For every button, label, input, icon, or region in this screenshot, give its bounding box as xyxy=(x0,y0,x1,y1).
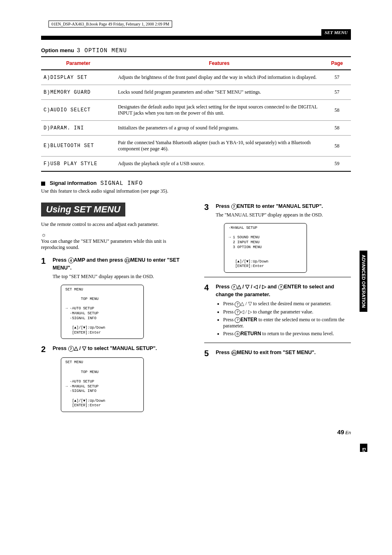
step-number: 5 xyxy=(204,349,211,358)
step-4-title: Press 7△ / ▽ / ◁ / ▷ and 7ENTER to selec… xyxy=(216,283,351,299)
circled-7-icon: 7 xyxy=(68,346,74,352)
list-item: Press 8RETURN to return to the previous … xyxy=(223,331,351,337)
feat-cell: Adjusts the brightness of the front pane… xyxy=(115,70,323,85)
option-menu-label: Option menu xyxy=(41,47,74,53)
th-features: Features xyxy=(115,57,323,70)
side-tab-advanced-operation: ADVANCED OPERATION xyxy=(360,251,367,312)
osd-display-3: ∙MANUAL SETUP → 1 SOUND MENU 2 INPUT MEN… xyxy=(224,223,307,273)
param-cell: A)DISPLAY SET xyxy=(41,70,115,85)
list-item: Press 7ENTER to enter the selected menu … xyxy=(223,317,351,329)
param-cell: C)AUDIO SELECT xyxy=(41,100,115,121)
param-cell: B)MEMORY GUARD xyxy=(41,85,115,100)
circled-7-icon: 7 xyxy=(231,204,237,210)
circled-8-icon: 8 xyxy=(235,331,240,337)
step-2-title: Press 7△ / ▽ to select "MANUAL SETUP". xyxy=(53,345,188,352)
page-cell: 57 xyxy=(323,70,351,85)
step-4-bullets: Press 7△ / ▽ to select the desired menu … xyxy=(216,301,351,337)
using-tip: You can change the "SET MENU" parameters… xyxy=(41,238,188,251)
step-2: 2 Press 7△ / ▽ to select "MANUAL SETUP".… xyxy=(41,345,188,412)
circled-7-icon: 7 xyxy=(278,284,284,290)
osd-display-2: SET MENU TOP MENU ∙AUTO SETUP → ∙MANUAL … xyxy=(61,357,144,412)
feat-cell: Initializes the parameters of a group of… xyxy=(115,121,323,136)
circled-21-icon: 21 xyxy=(125,258,130,263)
table-row: A)DISPLAY SET Adjusts the brightness of … xyxy=(41,70,351,85)
table-row: B)MEMORY GUARD Locks sound field program… xyxy=(41,85,351,100)
table-row: D)PARAM. INI Initializes the parameters … xyxy=(41,121,351,136)
side-tab-english: English xyxy=(360,444,367,452)
step-number: 4 xyxy=(204,283,211,339)
step-1-desc: The top "SET MENU" display appears in th… xyxy=(53,274,188,280)
step-rule xyxy=(204,277,351,277)
param-cell: E)BLUETOOTH SET xyxy=(41,136,115,157)
left-column: Using SET MENU Use the remote control to… xyxy=(41,203,188,412)
feat-cell: Designates the default audio input jack … xyxy=(115,100,323,121)
using-set-menu-heading: Using SET MENU xyxy=(41,203,125,216)
circled-4-icon: 4 xyxy=(68,258,74,263)
option-menu-code: 3 OPTION MENU xyxy=(77,47,127,54)
signal-info-title: Signal information xyxy=(50,180,97,186)
step-rule xyxy=(204,343,351,343)
step-1-title: Press 4AMP and then press 21MENU to ente… xyxy=(53,256,188,272)
signal-info-body: Use this feature to check audio signal i… xyxy=(41,188,351,194)
tip-icon: ☼ xyxy=(41,232,188,238)
table-row: C)AUDIO SELECT Designates the default au… xyxy=(41,100,351,121)
circled-7-icon: 7 xyxy=(235,302,240,307)
step-5: 5 Press 21MENU to exit from "SET MENU". xyxy=(204,349,351,358)
table-row: E)BLUETOOTH SET Pair the connected Yamah… xyxy=(41,136,351,157)
step-number: 2 xyxy=(41,345,48,412)
step-number: 1 xyxy=(41,256,48,339)
page-cell: 58 xyxy=(323,100,351,121)
using-intro: Use the remote control to access and adj… xyxy=(41,221,188,228)
feat-cell: Locks sound field program parameters and… xyxy=(115,85,323,100)
step-3-desc: The "MANUAL SETUP" display appears in th… xyxy=(216,212,351,218)
signal-info-code: SIGNAL INFO xyxy=(100,180,143,187)
set-menu-tab: SET MENU xyxy=(321,29,351,36)
circled-21-icon: 21 xyxy=(231,350,237,356)
top-black-bar: SET MENU xyxy=(41,36,351,40)
step-4: 4 Press 7△ / ▽ / ◁ / ▷ and 7ENTER to sel… xyxy=(204,283,351,339)
feat-cell: Pair the connected Yamaha Bluetooth adap… xyxy=(115,136,323,157)
page-cell: 57 xyxy=(323,85,351,100)
square-bullet-icon xyxy=(41,182,45,186)
step-3-title: Press 7ENTER to enter "MANUAL SETUP". xyxy=(216,203,351,210)
param-cell: F)USB PLAY STYLE xyxy=(41,157,115,172)
page-cell: 59 xyxy=(323,157,351,172)
option-menu-table: Parameter Features Page A)DISPLAY SET Ad… xyxy=(41,56,351,172)
right-column: 3 Press 7ENTER to enter "MANUAL SETUP". … xyxy=(204,203,351,412)
page-cell: 58 xyxy=(323,121,351,136)
param-cell: D)PARAM. INI xyxy=(41,121,115,136)
circled-7-icon: 7 xyxy=(231,284,237,290)
circled-7-icon: 7 xyxy=(235,317,240,323)
circled-7-icon: 7 xyxy=(235,309,240,315)
signal-info-heading: Signal information SIGNAL INFO xyxy=(41,180,351,187)
print-header: 01EN_DSP-AX463_B.book Page 49 Friday, Fe… xyxy=(48,21,172,28)
list-item: Press 7△ / ▽ to select the desired menu … xyxy=(223,301,351,307)
osd-display-1: SET MENU TOP MENU → ∙AUTO SETUP ∙MANUAL … xyxy=(61,285,144,339)
step-number: 3 xyxy=(204,203,211,273)
list-item: Press 7◁ / ▷ to change the parameter val… xyxy=(223,309,351,315)
page-number: 49 En xyxy=(41,428,351,435)
th-page: Page xyxy=(323,57,351,70)
feat-cell: Adjusts the playback style of a USB sour… xyxy=(115,157,323,172)
step-3: 3 Press 7ENTER to enter "MANUAL SETUP". … xyxy=(204,203,351,273)
step-5-title: Press 21MENU to exit from "SET MENU". xyxy=(216,349,351,357)
th-parameter: Parameter xyxy=(41,57,115,70)
step-1: 1 Press 4AMP and then press 21MENU to en… xyxy=(41,256,188,339)
table-row: F)USB PLAY STYLE Adjusts the playback st… xyxy=(41,157,351,172)
option-menu-heading: Option menu 3 OPTION MENU xyxy=(41,47,351,54)
page-cell: 58 xyxy=(323,136,351,157)
